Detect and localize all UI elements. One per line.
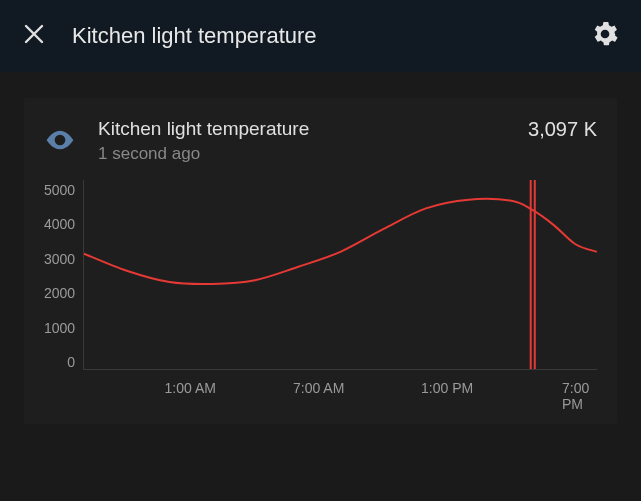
sensor-value: 3,097 K [528, 118, 597, 141]
y-tick-label: 0 [67, 354, 75, 370]
svg-point-0 [57, 137, 62, 142]
dialog-content: Kitchen light temperature 1 second ago 3… [0, 72, 641, 448]
sensor-card: Kitchen light temperature 1 second ago 3… [24, 98, 617, 424]
y-tick-label: 2000 [44, 285, 75, 301]
gear-icon [592, 21, 618, 51]
line-series [84, 180, 597, 369]
x-tick-label: 7:00 AM [293, 380, 344, 396]
x-tick-label: 7:00 PM [562, 380, 589, 412]
sensor-updated: 1 second ago [98, 144, 506, 164]
card-title-group: Kitchen light temperature 1 second ago [98, 118, 506, 164]
plot[interactable] [83, 180, 597, 370]
sensor-name: Kitchen light temperature [98, 118, 506, 140]
settings-button[interactable] [589, 20, 621, 52]
y-axis: 500040003000200010000 [44, 180, 83, 370]
dialog-title: Kitchen light temperature [72, 23, 565, 49]
y-tick-label: 5000 [44, 182, 75, 198]
y-tick-label: 4000 [44, 216, 75, 232]
x-tick-label: 1:00 PM [421, 380, 473, 396]
plot-wrapper: 1:00 AM7:00 AM1:00 PM7:00 PM [83, 180, 597, 400]
y-tick-label: 3000 [44, 251, 75, 267]
close-button[interactable] [20, 22, 48, 50]
x-tick-label: 1:00 AM [165, 380, 216, 396]
y-tick-label: 1000 [44, 320, 75, 336]
x-axis: 1:00 AM7:00 AM1:00 PM7:00 PM [83, 380, 597, 400]
dialog-header: Kitchen light temperature [0, 0, 641, 72]
eye-icon [44, 124, 76, 156]
chart-area: 500040003000200010000 1:00 AM7:00 AM1:00… [44, 180, 597, 400]
close-icon [23, 23, 45, 49]
card-header: Kitchen light temperature 1 second ago 3… [44, 118, 597, 164]
